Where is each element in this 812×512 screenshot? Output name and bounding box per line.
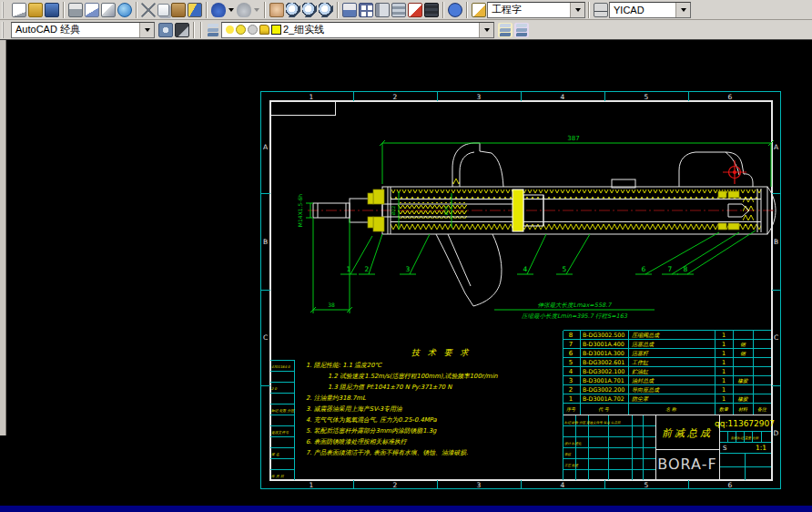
lmax-annotation: 伸张最大长度Lmax=558.7: [538, 302, 613, 309]
quick-calc-icon[interactable]: [424, 3, 439, 17]
bom-qty: 1: [722, 377, 726, 384]
zoom-window-icon[interactable]: [302, 3, 317, 17]
bom-name: 活塞杆: [632, 350, 649, 356]
separator: [136, 2, 137, 18]
layer-name: 2_细实线: [283, 23, 324, 36]
workspace-combo[interactable]: AutoCAD 经典: [11, 22, 155, 38]
workspace-value: AutoCAD 经典: [15, 23, 80, 36]
sheet-set-manager-icon[interactable]: [391, 3, 406, 17]
zoom-realtime-icon[interactable]: [286, 3, 300, 17]
layer-freeze-sun-icon[interactable]: [236, 25, 246, 35]
zoom-previous-icon[interactable]: [319, 3, 333, 17]
zone-top-6: 6: [728, 93, 733, 101]
zone-top-4: 4: [561, 93, 565, 101]
cad-drawing: 1 2 3 4 5 6 1 2 3 4 5 6 A B C A B C D: [0, 40, 812, 512]
rebound-spring-hatch: [398, 202, 467, 219]
bom-name: 防尘罩: [632, 395, 649, 402]
save-icon[interactable]: [45, 3, 59, 17]
layer-viewport-freeze-icon[interactable]: [248, 25, 258, 35]
balloon-1: 1: [347, 265, 351, 273]
properties-icon[interactable]: [342, 3, 357, 17]
help-icon[interactable]: [448, 3, 462, 17]
layer-previous-icon[interactable]: [514, 23, 529, 37]
bom-qty: 1: [722, 350, 726, 357]
bom-header: 代 号: [598, 406, 610, 412]
new-icon[interactable]: [12, 3, 26, 17]
product-name: 前减总成: [662, 427, 713, 439]
dim-style-combo[interactable]: YICAD: [609, 2, 691, 18]
layer-on-bulb-icon[interactable]: [226, 26, 234, 34]
layer-properties-icon[interactable]: [206, 23, 220, 37]
separator: [206, 2, 208, 18]
bom-no: 3: [569, 377, 573, 384]
rev-row: 标记 处数 分区: [271, 408, 295, 413]
rev-row: 年 月 日: [271, 474, 284, 478]
open-icon[interactable]: [28, 3, 43, 17]
bom-no: 2: [569, 386, 573, 394]
bom-qty: 1: [722, 368, 726, 375]
text-style-icon[interactable]: [472, 3, 486, 17]
balloon-3: 3: [406, 265, 411, 273]
layer-unlock-icon[interactable]: [259, 25, 269, 35]
bom-code: B-DG3002.601: [583, 359, 624, 365]
pan-icon[interactable]: [269, 3, 284, 17]
design-center-icon[interactable]: [359, 3, 373, 17]
zone-bottom-4: 4: [561, 481, 565, 489]
base-valve-hatch: [743, 195, 754, 226]
zone-right-d: D: [774, 429, 779, 437]
zone-bottom-5: 5: [645, 481, 649, 489]
markup-icon[interactable]: [408, 3, 422, 17]
publish-icon[interactable]: [101, 3, 116, 17]
lmin-annotation: 压缩最小长度Lmin=395.7 行程S=163: [522, 312, 628, 320]
copy-icon[interactable]: [157, 4, 169, 16]
toolbar-grip[interactable]: [2, 22, 8, 38]
redo-dropdown-icon[interactable]: [254, 8, 259, 12]
tool-palettes-icon[interactable]: [375, 3, 390, 17]
chevron-down-icon[interactable]: [675, 3, 690, 17]
thread-dim: M14X1.5-6h: [297, 194, 303, 227]
sheet-mark: S: [723, 445, 727, 452]
bom-name: 压缩阀总成: [632, 332, 660, 338]
text-style-combo[interactable]: 工程字: [487, 2, 585, 18]
layer-color-swatch: [271, 25, 281, 35]
redo-icon[interactable]: [237, 3, 251, 17]
paste-icon[interactable]: [171, 3, 186, 17]
dia2-dim: Ø30: [443, 206, 449, 215]
zone-left-c: C: [263, 333, 268, 342]
bom-header: 名 称: [665, 406, 677, 412]
item-balloons: 1 2 3 4 5 6 7 8: [340, 230, 756, 274]
zone-top-3: 3: [477, 93, 482, 101]
chevron-down-icon[interactable]: [479, 23, 493, 37]
tube-hatch-bottom: [391, 222, 761, 231]
tb-left-row: 设计 标准化: [564, 442, 582, 445]
cut-icon[interactable]: [141, 3, 156, 17]
make-object-layer-current-icon[interactable]: [498, 23, 513, 37]
bom-header: 材料: [738, 406, 748, 412]
web-icon[interactable]: [117, 3, 132, 17]
undo-icon[interactable]: [211, 3, 226, 17]
layer-combo[interactable]: 2_细实线: [221, 22, 494, 38]
match-properties-icon[interactable]: [188, 3, 202, 17]
lock-location-icon[interactable]: [175, 23, 189, 37]
rod-len-dim: 38: [328, 302, 335, 308]
bom-no: 6: [569, 350, 573, 357]
separator: [63, 2, 65, 18]
bom-material: 橡胶: [738, 378, 750, 384]
plot-icon[interactable]: [68, 3, 83, 17]
balloon-6: 6: [642, 265, 646, 273]
tech-line-2: 1.2 试验速度1.52m/s(活塞行程100mm),试验频率100r/min: [328, 373, 498, 380]
workspace-settings-icon[interactable]: [158, 23, 173, 37]
bom-name: 贮油缸: [632, 368, 649, 374]
chevron-down-icon[interactable]: [139, 23, 154, 37]
technical-requirements: 技 术 要 求 1. 阻尼性能: 1.1 温度20℃ 1.2 试验速度1.52m…: [306, 348, 498, 456]
zone-right-b: B: [774, 238, 778, 246]
dim-style-value: YICAD: [614, 5, 645, 15]
plot-preview-icon[interactable]: [85, 3, 99, 17]
bom-header: 备注: [757, 406, 767, 412]
chevron-down-icon[interactable]: [570, 3, 584, 17]
undo-dropdown-icon[interactable]: [228, 8, 234, 12]
toolbar-grip[interactable]: [2, 2, 8, 18]
mount-hole-crosshair: [723, 160, 746, 184]
bom-material: 橡胶: [738, 396, 750, 402]
dim-style-icon[interactable]: [594, 3, 608, 17]
